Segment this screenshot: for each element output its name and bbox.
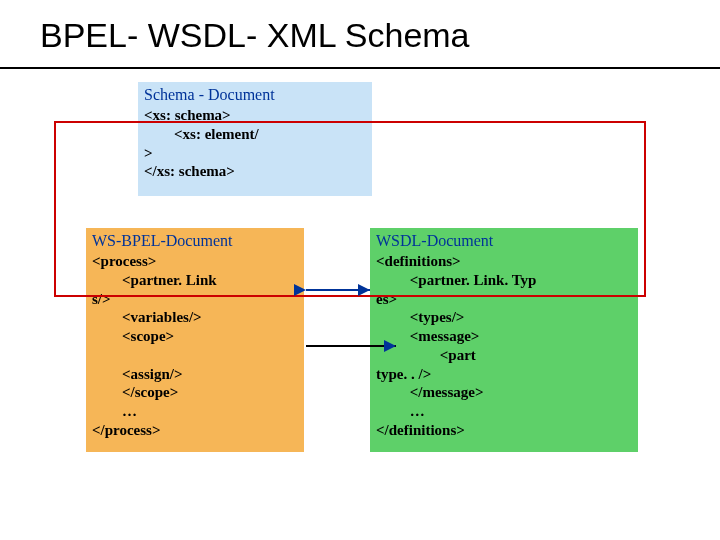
wsdl-l2: <partner. Link. Typ — [376, 272, 536, 288]
bpel-l8: </scope> — [92, 384, 178, 400]
wsdl-box-title: WSDL-Document — [376, 232, 632, 250]
wsdl-l8: </message> — [376, 384, 484, 400]
wsdl-l4: <types/> — [376, 309, 464, 325]
diagram-title: BPEL- WSDL- XML Schema — [0, 8, 720, 69]
bpel-l3: s/> — [92, 291, 111, 307]
bpel-l9: … — [92, 403, 137, 419]
bpel-l5: <scope> — [92, 328, 174, 344]
bpel-l10: </process> — [92, 422, 160, 438]
schema-l2: <xs: element/ — [144, 126, 259, 142]
wsdl-l7: type. . /> — [376, 366, 431, 382]
bpel-document-box: WS-BPEL-Document <process> <partner. Lin… — [86, 228, 304, 452]
wsdl-document-box: WSDL-Document <definitions> <partner. Li… — [370, 228, 638, 452]
schema-l1: <xs: schema> — [144, 107, 231, 123]
schema-code: <xs: schema> <xs: element/ > </xs: schem… — [144, 106, 366, 181]
schema-document-box: Schema - Document <xs: schema> <xs: elem… — [138, 82, 372, 196]
schema-l4: </xs: schema> — [144, 163, 235, 179]
bpel-box-title: WS-BPEL-Document — [92, 232, 298, 250]
bpel-l2: <partner. Link — [92, 272, 217, 288]
bpel-code: <process> <partner. Link s/> <variables/… — [92, 252, 298, 440]
wsdl-l6: <part — [376, 347, 476, 363]
bpel-l1: <process> — [92, 253, 156, 269]
wsdl-code: <definitions> <partner. Link. Typ es> <t… — [376, 252, 632, 440]
bpel-l7: <assign/> — [92, 366, 182, 382]
schema-l3: > — [144, 145, 153, 161]
wsdl-l5: <message> — [376, 328, 479, 344]
bpel-l4: <variables/> — [92, 309, 202, 325]
wsdl-l3: es> — [376, 291, 397, 307]
wsdl-l10: </definitions> — [376, 422, 465, 438]
wsdl-l1: <definitions> — [376, 253, 461, 269]
wsdl-l9: … — [376, 403, 425, 419]
schema-box-title: Schema - Document — [144, 86, 366, 104]
